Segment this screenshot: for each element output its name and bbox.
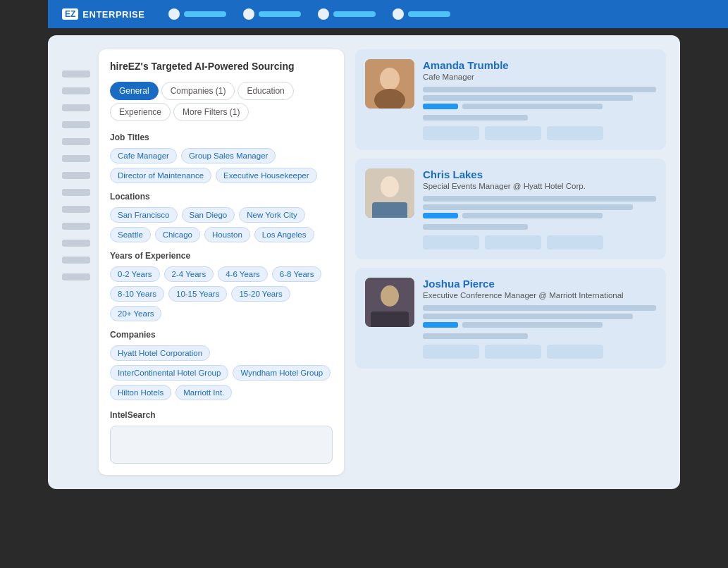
sidebar-line <box>62 138 90 145</box>
info-line <box>423 204 633 210</box>
nav-pill-3 <box>333 11 376 17</box>
tag-group-sales-manager[interactable]: Group Sales Manager <box>181 148 276 163</box>
sidebar-lines <box>62 49 90 475</box>
tag-los-angeles[interactable]: Los Angeles <box>254 227 314 242</box>
info-line <box>423 314 633 319</box>
sidebar-line <box>62 70 90 78</box>
svg-point-1 <box>380 68 400 90</box>
tag-15-20-years[interactable]: 15-20 Years <box>231 286 290 302</box>
bottom-tag <box>485 126 541 140</box>
app-wrapper: EZ ENTERPRISE <box>0 0 728 568</box>
filter-panel: hireEZ's Targeted AI-Powered Sourcing Ge… <box>99 49 344 475</box>
tag-2-4-years[interactable]: 2-4 Years <box>164 266 214 282</box>
tag-marriott[interactable]: Marriott Int. <box>175 385 232 400</box>
sidebar-line <box>62 104 90 111</box>
bottom-tags <box>423 235 656 249</box>
candidate-card-joshua: Joshua Pierce Executive Conference Manag… <box>355 268 666 369</box>
tag-8-10-years[interactable]: 8-10 Years <box>110 286 164 302</box>
tag-director-maintenance[interactable]: Director of Maintenance <box>110 168 211 183</box>
tag-6-8-years[interactable]: 6-8 Years <box>272 266 322 282</box>
info-line <box>423 305 656 311</box>
candidate-card-amanda: Amanda Trumble Cafe Manager <box>355 49 666 150</box>
nav-dot-4 <box>393 8 404 20</box>
sidebar-line <box>62 155 90 162</box>
tab-more-filters[interactable]: More Filters (1) <box>173 103 249 121</box>
intel-search-input[interactable] <box>110 426 333 464</box>
bottom-tag <box>423 345 479 359</box>
nav-pill-1 <box>184 11 226 17</box>
svg-rect-8 <box>371 311 409 327</box>
tab-general[interactable]: General <box>110 82 159 100</box>
bottom-tags <box>423 345 656 359</box>
sidebar-line <box>62 189 90 196</box>
tag-san-francisco[interactable]: San Francisco <box>110 207 178 223</box>
sidebar-line <box>62 223 90 230</box>
candidate-card-chris: Chris Lakes Special Events Manager @ Hya… <box>355 159 666 259</box>
bottom-tag <box>547 345 603 359</box>
tag-wyndham[interactable]: Wyndham Hotel Group <box>233 365 331 381</box>
companies-tags: Hyatt Hotel Corporation InterContinental… <box>110 345 333 400</box>
years-experience-tags: 0-2 Years 2-4 Years 4-6 Years 6-8 Years … <box>110 266 333 321</box>
candidate-photo-joshua <box>365 278 414 327</box>
info-line <box>462 322 603 328</box>
job-titles-label: Job Titles <box>110 132 333 142</box>
intel-search-label: IntelSearch <box>110 410 333 420</box>
tag-chicago[interactable]: Chicago <box>155 227 200 242</box>
sidebar-line <box>62 257 90 264</box>
info-line <box>423 224 528 230</box>
nav-dot-2 <box>243 8 254 20</box>
sidebar-line <box>62 172 90 179</box>
top-nav: EZ ENTERPRISE <box>48 0 728 28</box>
filter-tabs: General Companies (1) Education Experien… <box>110 82 333 121</box>
tag-cafe-manager[interactable]: Cafe Manager <box>110 148 177 163</box>
tag-10-15-years[interactable]: 10-15 Years <box>168 286 227 302</box>
candidate-photo-chris <box>365 168 414 218</box>
svg-rect-5 <box>372 202 407 218</box>
tag-20-plus-years[interactable]: 20+ Years <box>110 306 161 321</box>
info-line <box>423 95 633 101</box>
tag-0-2-years[interactable]: 0-2 Years <box>110 266 160 282</box>
tag-seattle[interactable]: Seattle <box>110 227 151 242</box>
bottom-tag <box>547 235 603 249</box>
tag-san-diego[interactable]: San Diego <box>182 207 235 223</box>
candidate-title-chris: Special Events Manager @ Hyatt Hotel Cor… <box>423 182 656 190</box>
tag-houston[interactable]: Houston <box>204 227 250 242</box>
tag-new-york-city[interactable]: New York City <box>239 207 305 223</box>
bottom-tag <box>485 235 541 249</box>
info-line <box>462 104 603 109</box>
tab-experience[interactable]: Experience <box>110 103 171 121</box>
bottom-tag <box>423 235 479 249</box>
tab-companies[interactable]: Companies (1) <box>161 82 235 100</box>
tag-executive-housekeeper[interactable]: Executive Housekeeper <box>216 168 316 183</box>
tab-education[interactable]: Education <box>237 82 293 100</box>
candidate-info-chris: Chris Lakes Special Events Manager @ Hya… <box>423 168 656 249</box>
info-lines-chris <box>423 196 656 230</box>
locations-label: Locations <box>110 192 333 202</box>
tag-hilton[interactable]: Hilton Hotels <box>110 385 171 400</box>
info-line <box>423 196 656 202</box>
info-row <box>423 104 656 109</box>
info-line <box>423 115 528 121</box>
info-row <box>423 322 656 328</box>
info-lines-amanda <box>423 87 656 121</box>
info-line <box>462 213 603 218</box>
sidebar-line <box>62 87 90 94</box>
candidate-name-chris: Chris Lakes <box>423 168 656 180</box>
sidebar-line <box>62 240 90 247</box>
svg-point-7 <box>381 285 399 307</box>
bottom-tag <box>485 345 541 359</box>
candidate-photo-amanda <box>365 59 414 109</box>
years-experience-label: Years of Experience <box>110 251 333 261</box>
svg-point-4 <box>381 176 399 197</box>
nav-pill-4 <box>408 11 450 17</box>
nav-step-2 <box>243 8 301 20</box>
tag-hyatt[interactable]: Hyatt Hotel Corporation <box>110 345 210 361</box>
left-panel: hireEZ's Targeted AI-Powered Sourcing Ge… <box>62 49 344 475</box>
companies-label: Companies <box>110 330 333 340</box>
candidate-info-joshua: Joshua Pierce Executive Conference Manag… <box>423 278 656 359</box>
tag-4-6-years[interactable]: 4-6 Years <box>218 266 268 282</box>
logo-area: EZ ENTERPRISE <box>62 8 144 20</box>
candidate-title-joshua: Executive Conference Manager @ Marriott … <box>423 291 656 300</box>
logo-ez: EZ <box>62 8 78 20</box>
tag-intercontinental[interactable]: InterContinental Hotel Group <box>110 365 228 381</box>
